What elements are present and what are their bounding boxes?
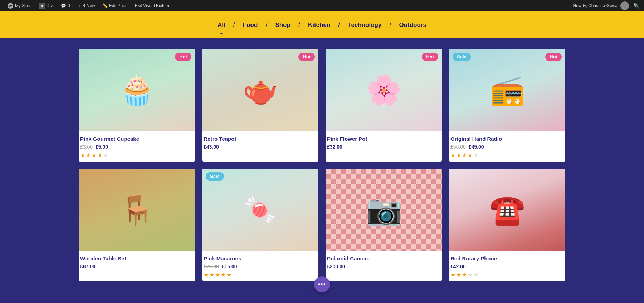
star-filled: ★	[221, 271, 226, 278]
product-grid: 🧁HotPink Gourmet Cupcake£3.00£5.00★★★★★🫖…	[79, 45, 565, 285]
product-image-camera: 📷	[326, 169, 442, 251]
product-image-container: 📻SaleHot	[449, 49, 565, 131]
star-empty: ★	[473, 271, 478, 278]
star-filled: ★	[204, 271, 209, 278]
product-image-container: 📷	[326, 169, 442, 251]
product-price: £42.00	[450, 264, 564, 269]
product-info: Pink Flower Pot£32.00	[326, 131, 442, 155]
product-name: Pink Gourmet Cupcake	[80, 136, 194, 142]
edit-page-button[interactable]: ✏️ Edit Page	[99, 0, 131, 11]
floating-action-button[interactable]: •••	[314, 276, 330, 292]
star-filled: ★	[456, 152, 461, 159]
product-image-container: 🍬Sale	[202, 169, 318, 251]
nav-item-kitchen[interactable]: Kitchen	[300, 12, 338, 38]
comment-icon: 💬	[61, 3, 66, 8]
product-card[interactable]: 🫖HotRetro Teapot£43.00	[202, 49, 318, 162]
star-filled: ★	[462, 152, 467, 159]
star-filled: ★	[215, 271, 220, 278]
my-sites-menu[interactable]: W My Sites	[4, 0, 35, 11]
product-image-tableset: 🪑	[79, 169, 195, 251]
product-card[interactable]: 🪑Wooden Table Set£87.00	[79, 169, 195, 281]
product-image-macarons: 🍬	[202, 169, 318, 251]
product-card[interactable]: ☎️Red Rotary Phone£42.00★★★★★	[449, 169, 565, 281]
product-name: Red Rotary Phone	[450, 255, 564, 261]
product-image-radio: 📻	[449, 49, 565, 131]
badge-hot: Hot	[175, 53, 191, 61]
exit-builder-button[interactable]: Exit Visual Builder	[131, 0, 173, 11]
product-name: Pink Flower Pot	[327, 136, 440, 142]
product-card[interactable]: 🌸HotPink Flower Pot£32.00	[326, 49, 442, 162]
star-filled: ★	[80, 152, 85, 159]
product-rating: ★★★★★	[80, 152, 194, 159]
product-price: £200.00	[327, 264, 440, 269]
price-regular: £32.00	[327, 144, 342, 150]
star-empty: ★	[468, 271, 473, 278]
badge-sale: Sale	[453, 53, 471, 61]
admin-bar-right: Howdy, Christina Gwira 🔍	[573, 1, 640, 10]
search-icon[interactable]: 🔍	[632, 1, 640, 10]
product-image-container: 🫖Hot	[202, 49, 318, 131]
product-info: Polaroid Camera£200.00	[326, 251, 442, 274]
plus-icon: ＋	[77, 3, 82, 9]
product-price: £56.00£45.00	[450, 144, 564, 150]
comments-menu[interactable]: 💬 0	[57, 0, 74, 11]
avatar[interactable]	[620, 1, 629, 10]
nav-item-technology[interactable]: Technology	[340, 12, 389, 38]
price-sale: £45.00	[469, 144, 484, 150]
product-info: Wooden Table Set£87.00	[79, 251, 195, 274]
product-card[interactable]: 🧁HotPink Gourmet Cupcake£3.00£5.00★★★★★	[79, 49, 195, 162]
product-image-container: ☎️	[449, 169, 565, 251]
nav-item-food[interactable]: Food	[235, 12, 266, 38]
exit-builder-label: Exit Visual Builder	[135, 3, 170, 8]
star-filled: ★	[450, 152, 455, 159]
product-info: Red Rotary Phone£42.00★★★★★	[449, 251, 565, 281]
product-card[interactable]: 📻SaleHotOriginal Hand Radio£56.00£45.00★…	[449, 49, 565, 162]
user-greeting: Howdy, Christina Gwira	[573, 3, 618, 8]
my-sites-label: My Sites	[15, 3, 31, 8]
badge-hot: Hot	[298, 53, 315, 61]
badge-sale: Sale	[206, 172, 224, 181]
price-original: £3.00	[80, 144, 93, 150]
comments-count: 0	[68, 3, 70, 8]
star-filled: ★	[226, 271, 231, 278]
product-price: £43.00	[204, 144, 317, 150]
price-sale: £15.00	[222, 264, 237, 269]
divi-label: Divi	[47, 3, 54, 8]
divi-menu[interactable]: D Divi	[35, 0, 57, 11]
pencil-icon: ✏️	[102, 3, 108, 8]
price-original: £25.00	[204, 264, 219, 269]
price-regular: £42.00	[450, 264, 466, 269]
product-info: Retro Teapot£43.00	[202, 131, 318, 155]
new-count-label: 4 New	[83, 3, 95, 8]
edit-page-label: Edit Page	[109, 3, 128, 8]
product-name: Retro Teapot	[204, 136, 317, 142]
nav-item-shop[interactable]: Shop	[267, 12, 298, 38]
product-image-container: 🌸Hot	[326, 49, 442, 131]
badge-hot: Hot	[545, 53, 562, 61]
divi-icon: D	[39, 3, 45, 9]
price-regular: £87.00	[80, 264, 96, 269]
ellipsis-icon: •••	[318, 281, 326, 288]
star-empty: ★	[473, 152, 478, 159]
nav-item-all[interactable]: All	[210, 12, 233, 38]
product-name: Polaroid Camera	[327, 255, 440, 261]
product-name: Pink Macarons	[204, 255, 317, 261]
price-original: £56.00	[450, 144, 466, 150]
product-card[interactable]: 🍬SalePink Macarons£25.00£15.00★★★★★	[202, 169, 318, 281]
star-filled: ★	[450, 271, 455, 278]
product-card[interactable]: 📷Polaroid Camera£200.00	[326, 169, 442, 281]
main-nav: All/Food/Shop/Kitchen/Technology/Outdoor…	[203, 12, 441, 38]
product-name: Original Hand Radio	[450, 136, 564, 142]
product-rating: ★★★★★	[450, 152, 564, 159]
price-sale: £5.00	[96, 144, 108, 150]
star-empty: ★	[103, 152, 108, 159]
wordpress-icon: W	[7, 3, 14, 9]
product-image-container: 🧁Hot	[79, 49, 195, 131]
product-price: £87.00	[80, 264, 194, 269]
product-image-container: 🪑	[79, 169, 195, 251]
product-name: Wooden Table Set	[80, 255, 194, 261]
nav-item-outdoors[interactable]: Outdoors	[391, 12, 434, 38]
star-filled: ★	[97, 152, 102, 159]
star-filled: ★	[92, 152, 97, 159]
new-menu[interactable]: ＋ 4 New	[74, 0, 99, 11]
